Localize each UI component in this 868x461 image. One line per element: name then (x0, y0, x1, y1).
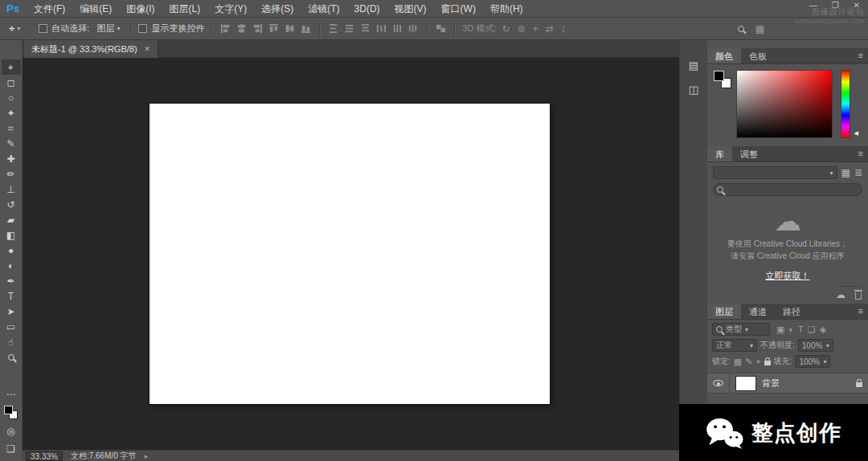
collapsed-panel-history[interactable]: ▤ (684, 56, 703, 74)
opacity-dropdown[interactable]: 100% ▾ (798, 339, 833, 352)
status-menu-arrow-icon[interactable]: ▸ (145, 452, 149, 460)
lock-all-icon[interactable] (764, 361, 771, 365)
blend-mode-dropdown[interactable]: 正常 ▾ (712, 339, 757, 352)
tool-rect-marquee[interactable]: ◻ (2, 75, 21, 90)
tool-clone-stamp[interactable]: ⊥ (2, 182, 21, 197)
tab-paths[interactable]: 路径 (775, 304, 809, 319)
screen-mode-button[interactable]: ❏ (2, 441, 21, 456)
3d-orbit-icon[interactable]: ↻ (501, 23, 512, 35)
filter-smart-objects-icon[interactable]: ◈ (820, 324, 826, 335)
align-horizontal-centers-icon[interactable] (235, 22, 248, 35)
layer-thumbnail[interactable] (735, 376, 756, 391)
color-panel-swatches[interactable] (714, 71, 731, 88)
tool-preset-picker[interactable]: ⌖ ▾ (6, 22, 23, 36)
distribute-vertical-centers-icon[interactable] (343, 22, 355, 35)
layer-visibility-eye-icon[interactable] (713, 380, 723, 386)
align-left-edges-icon[interactable] (219, 22, 231, 35)
tool-crop[interactable]: ⌗ (2, 120, 21, 136)
quick-mask-button[interactable]: ◎ (2, 423, 21, 439)
tool-gradient[interactable]: ◧ (2, 227, 21, 243)
list-view-icon[interactable]: ≣ (854, 167, 862, 178)
3d-scale-icon[interactable]: ↕ (559, 23, 567, 35)
tool-blur[interactable]: ● (2, 243, 21, 258)
menu-3d[interactable]: 3D(D) (347, 0, 387, 18)
filter-pixel-layers-icon[interactable]: ▣ (776, 324, 784, 335)
layer-filter-dropdown[interactable]: 类型 ▾ (712, 323, 770, 336)
hue-slider[interactable] (841, 70, 850, 138)
tool-zoom[interactable] (2, 349, 21, 365)
tool-quick-selection[interactable]: ✦ (2, 105, 21, 120)
menu-layer[interactable]: 图层(L) (162, 0, 208, 18)
tool-dodge[interactable]: ◐ (2, 258, 21, 273)
distribute-right-edges-icon[interactable] (407, 22, 420, 35)
tool-type[interactable]: T (2, 288, 21, 304)
align-right-edges-icon[interactable] (252, 22, 264, 35)
menu-window[interactable]: 窗口(W) (434, 0, 483, 18)
workspace-switcher-icon[interactable]: ▦ (754, 23, 766, 35)
close-button[interactable]: ✕ (854, 1, 860, 10)
library-search-input[interactable] (713, 183, 862, 196)
foreground-color-swatch[interactable] (4, 406, 13, 414)
tab-libraries[interactable]: 库 (707, 146, 732, 161)
tab-adjustments[interactable]: 调整 (732, 146, 766, 161)
document-tab[interactable]: 未标题-1 @ 33.3%(RGB/8) ✕ (24, 40, 158, 58)
search-icon[interactable] (738, 26, 744, 32)
menu-help[interactable]: 帮助(H) (483, 0, 530, 18)
tool-history-brush[interactable]: ↺ (2, 197, 21, 212)
3d-slide-icon[interactable]: ⇄ (544, 23, 555, 35)
distribute-left-edges-icon[interactable] (375, 22, 387, 35)
menu-type[interactable]: 文字(Y) (207, 0, 254, 18)
trash-icon[interactable] (855, 292, 862, 300)
menu-filter[interactable]: 滤镜(T) (301, 0, 346, 18)
panel-menu-icon[interactable]: ≡ (858, 51, 863, 60)
auto-select-checkbox[interactable] (39, 24, 47, 33)
distribute-bottom-edges-icon[interactable] (359, 22, 371, 35)
minimize-button[interactable]: — (809, 1, 817, 10)
tab-swatches[interactable]: 色板 (741, 48, 775, 63)
get-now-link[interactable]: 立即获取！ (766, 270, 810, 282)
tool-move[interactable]: ⌖ (2, 59, 21, 75)
cloud-sync-icon[interactable]: ☁ (836, 289, 845, 300)
3d-pan-icon[interactable]: + (531, 23, 540, 35)
menu-select[interactable]: 选择(S) (254, 0, 301, 18)
tab-color[interactable]: 颜色 (707, 48, 741, 63)
tool-lasso[interactable]: ○ (2, 90, 21, 105)
menu-edit[interactable]: 编辑(E) (72, 0, 119, 18)
lock-position-icon[interactable]: ⌖ (755, 357, 760, 367)
layer-row-background[interactable]: 背景 (707, 373, 868, 394)
tool-hand[interactable]: ☝ (2, 334, 21, 349)
maximize-button[interactable]: ❐ (832, 1, 839, 10)
library-select-dropdown[interactable]: ▾ (713, 166, 837, 179)
edit-toolbar-button[interactable]: ⋯ (2, 386, 21, 402)
lock-image-pixels-icon[interactable]: ✎ (745, 357, 752, 367)
auto-align-layers-icon[interactable] (435, 22, 447, 35)
tab-channels[interactable]: 通道 (741, 304, 775, 319)
tab-layers[interactable]: 图层 (707, 304, 741, 319)
align-vertical-centers-icon[interactable] (284, 22, 296, 35)
panel-menu-icon[interactable]: ≡ (858, 149, 863, 158)
foreground-color-swatch[interactable] (714, 71, 724, 81)
filter-shape-layers-icon[interactable]: ❏ (808, 324, 816, 335)
tool-eyedropper[interactable]: ✎ (2, 136, 21, 151)
fill-dropdown[interactable]: 100% ▾ (795, 355, 830, 368)
filter-adjustment-layers-icon[interactable]: ◐ (788, 324, 794, 335)
align-top-edges-icon[interactable] (268, 22, 280, 35)
menu-view[interactable]: 视图(V) (387, 0, 434, 18)
canvas-area[interactable] (23, 58, 679, 450)
align-bottom-edges-icon[interactable] (300, 22, 312, 35)
zoom-level-field[interactable]: 33.33% (26, 451, 63, 461)
document-canvas[interactable] (149, 104, 550, 404)
foreground-background-swatches[interactable] (4, 406, 18, 419)
show-transform-checkbox[interactable] (138, 24, 147, 33)
tool-brush[interactable]: ✏ (2, 166, 21, 182)
panel-menu-icon[interactable]: ≡ (858, 306, 863, 316)
distribute-top-edges-icon[interactable] (327, 22, 339, 35)
tool-pen[interactable]: ✒ (2, 273, 21, 288)
menu-file[interactable]: 文件(F) (27, 0, 72, 18)
saturation-brightness-picker[interactable] (736, 70, 833, 138)
collapsed-panel-properties[interactable]: ◫ (684, 80, 703, 98)
3d-roll-icon[interactable]: ⊚ (516, 23, 527, 35)
lock-transparent-pixels-icon[interactable]: ▦ (734, 357, 742, 367)
tool-spot-healing[interactable]: ✚ (2, 151, 21, 166)
tool-path-selection[interactable]: ➤ (2, 304, 21, 319)
